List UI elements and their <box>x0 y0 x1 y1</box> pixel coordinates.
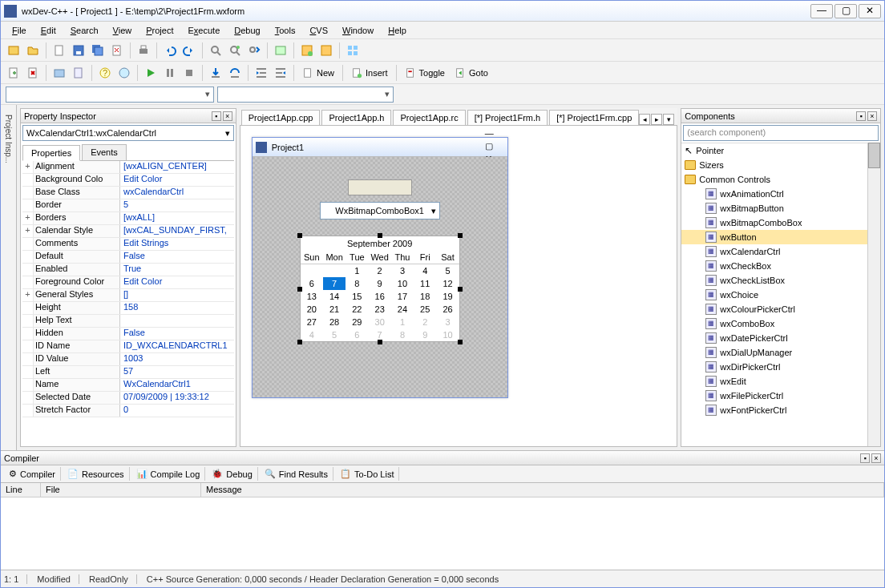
minimize-button[interactable]: — <box>810 4 833 18</box>
component-item[interactable]: ▦wxBitmapComboBox <box>681 215 867 230</box>
menu-edit[interactable]: Edit <box>34 24 63 37</box>
compiler-output[interactable] <box>1 497 884 570</box>
print-icon[interactable] <box>135 42 152 58</box>
prop-value[interactable]: Edit Color <box>120 174 234 186</box>
menu-file[interactable]: File <box>6 24 33 37</box>
prop-value[interactable]: Edit Strings <box>120 238 234 250</box>
component-search-input[interactable]: (search component) <box>683 125 879 141</box>
document-tab[interactable]: Project1App.cpp <box>241 110 321 125</box>
prop-value[interactable]: [wxCAL_SUNDAY_FIRST, <box>120 225 234 237</box>
property-grid[interactable]: +Alignment[wxALIGN_CENTER]Background Col… <box>22 161 234 445</box>
prop-value[interactable]: True <box>120 264 234 276</box>
prop-value[interactable]: 158 <box>120 302 234 314</box>
compile-icon[interactable] <box>299 42 315 58</box>
property-object-selector[interactable]: WxCalendarCtrl1:wxCalendarCtrl <box>22 125 234 141</box>
prop-value[interactable]: 0 <box>120 405 234 417</box>
bottom-tab[interactable]: 🐞Debug <box>207 467 257 481</box>
step-over-icon[interactable] <box>227 65 243 81</box>
goto-line-icon[interactable] <box>273 42 289 58</box>
component-item[interactable]: ▦wxAnimationCtrl <box>681 187 867 201</box>
document-tab[interactable]: Project1App.rc <box>393 110 465 125</box>
component-item[interactable]: Sizers <box>681 158 867 172</box>
form-minimize-icon[interactable]: — <box>485 128 504 141</box>
find-icon[interactable] <box>208 42 224 58</box>
design-wxcalendarctrl[interactable]: September 2009 SunMonTueWedThuFriSat1234… <box>300 236 460 342</box>
component-item[interactable]: ▦wxEdit <box>681 374 867 389</box>
document-tab[interactable]: [*] Project1Frm.cpp <box>549 110 639 125</box>
open-icon[interactable] <box>25 42 41 58</box>
menu-search[interactable]: Search <box>64 24 105 37</box>
component-item[interactable]: ▦wxBitmapButton <box>681 201 867 215</box>
tab-scroll-left-icon[interactable]: ◂ <box>639 114 650 125</box>
prop-value[interactable]: Edit Color <box>120 276 234 288</box>
pin-icon[interactable]: ▪ <box>856 111 866 121</box>
tab-list-icon[interactable]: ▾ <box>663 114 674 125</box>
prop-value[interactable]: [] <box>120 289 234 301</box>
document-tab[interactable]: Project1App.h <box>321 110 391 125</box>
prop-value[interactable]: [wxALIGN_CENTER] <box>120 161 234 173</box>
prop-value[interactable]: ID_WXCALENDARCTRL1 <box>120 340 234 352</box>
component-item[interactable]: ▦wxColourPickerCtrl <box>681 302 867 316</box>
prop-value[interactable]: 5 <box>120 199 234 211</box>
bottom-tab[interactable]: 📊Compile Log <box>131 467 206 481</box>
component-item[interactable]: ▦wxChoice <box>681 288 867 302</box>
menu-help[interactable]: Help <box>382 24 413 37</box>
add-file-icon[interactable] <box>6 65 22 81</box>
prop-value[interactable]: wxCalendarCtrl <box>120 187 234 199</box>
close-panel-icon[interactable]: × <box>867 111 877 121</box>
bottom-tab[interactable]: 📋To-Do List <box>335 467 400 481</box>
rebuild-icon[interactable] <box>318 42 334 58</box>
design-wxbutton[interactable] <box>348 179 412 195</box>
component-item[interactable]: ▦wxDirPickerCtrl <box>681 360 867 374</box>
form-maximize-icon[interactable]: ▢ <box>485 141 504 154</box>
undo-icon[interactable] <box>162 42 178 58</box>
component-item[interactable]: ▦wxFilePickerCtrl <box>681 389 867 403</box>
prop-value[interactable]: 1003 <box>120 353 234 365</box>
prop-value[interactable]: False <box>120 328 234 340</box>
tab-scroll-right-icon[interactable]: ▸ <box>651 114 662 125</box>
pin-icon[interactable]: ▪ <box>212 111 221 121</box>
pause-icon[interactable] <box>162 65 178 81</box>
menu-tools[interactable]: Tools <box>269 24 302 37</box>
close-button[interactable]: ✕ <box>859 4 881 18</box>
prop-value[interactable]: [wxALL] <box>120 212 234 224</box>
component-item[interactable]: ▦wxCalendarCtrl <box>681 244 867 259</box>
project-options-icon[interactable] <box>51 65 67 81</box>
maximize-button[interactable]: ▢ <box>834 4 857 18</box>
project-inspector-tab[interactable]: Project Insp... <box>1 111 16 167</box>
menu-debug[interactable]: Debug <box>228 24 266 37</box>
component-item[interactable]: ▦wxComboBox <box>681 316 867 331</box>
save-all-icon[interactable] <box>90 42 106 58</box>
bottom-tab[interactable]: ⚙Compiler <box>4 467 61 481</box>
prop-value[interactable]: WxCalendarCtrl1 <box>120 379 234 391</box>
bottom-tab[interactable]: 📄Resources <box>63 467 130 481</box>
run-icon[interactable] <box>143 65 159 81</box>
save-icon[interactable] <box>71 42 87 58</box>
scrollbar[interactable] <box>867 143 880 446</box>
tab-properties[interactable]: Properties <box>22 145 80 161</box>
close-file-icon[interactable] <box>109 42 125 58</box>
component-item[interactable]: ▦wxCheckBox <box>681 259 867 273</box>
indent-icon[interactable] <box>253 65 269 81</box>
new-snippet-button[interactable]: New <box>299 66 337 80</box>
form-body[interactable]: WxBitmapComboBox1 September 2009 SunMonT… <box>253 157 507 397</box>
about-icon[interactable] <box>116 65 132 81</box>
component-item[interactable]: Common Controls <box>681 172 867 187</box>
menu-execute[interactable]: Execute <box>182 24 227 37</box>
insert-button[interactable]: Insert <box>348 66 391 80</box>
find-next-icon[interactable] <box>246 42 262 58</box>
menu-project[interactable]: Project <box>139 24 180 37</box>
new-file-icon[interactable] <box>51 42 67 58</box>
grid-icon[interactable] <box>345 42 361 58</box>
class-combo[interactable] <box>6 87 214 103</box>
close-panel-icon[interactable]: × <box>223 111 232 121</box>
component-tree[interactable]: PointerSizersCommon Controls▦wxAnimation… <box>681 143 867 446</box>
goto-button[interactable]: Goto <box>451 66 491 80</box>
unindent-icon[interactable] <box>273 65 289 81</box>
component-item[interactable]: ▦wxDialUpManager <box>681 345 867 360</box>
component-item[interactable]: ▦wxButton <box>681 230 867 244</box>
close-panel-icon[interactable]: × <box>871 453 881 463</box>
new-project-icon[interactable] <box>6 42 22 58</box>
menu-cvs[interactable]: CVS <box>303 24 334 37</box>
bottom-tab[interactable]: 🔍Find Results <box>260 467 333 481</box>
